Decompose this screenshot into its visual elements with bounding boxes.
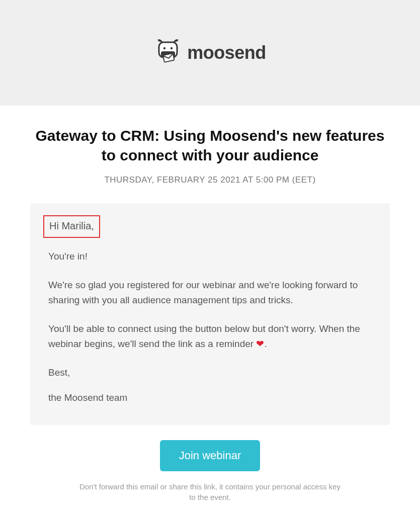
- disclaimer-text: Don't forward this email or share this l…: [30, 481, 390, 502]
- cta-row: Join webinar: [30, 440, 390, 471]
- brand-name: moosend: [187, 42, 266, 63]
- email-content: Gateway to CRM: Using Moosend's new feat…: [0, 106, 420, 515]
- brand-logo: moosend: [154, 38, 266, 67]
- join-webinar-button[interactable]: Join webinar: [160, 440, 261, 471]
- message-body: Hi Marilia, You're in! We're so glad you…: [30, 203, 390, 425]
- signature: the Moosend team: [48, 390, 372, 405]
- cow-icon: [154, 38, 182, 67]
- body-paragraph-1: You're in!: [48, 249, 372, 264]
- heart-icon: ❤: [256, 338, 264, 349]
- body-paragraph-3: You'll be able to connect using the butt…: [48, 321, 372, 351]
- page-title: Gateway to CRM: Using Moosend's new feat…: [30, 126, 390, 165]
- email-header: moosend: [0, 0, 420, 106]
- svg-point-1: [163, 47, 165, 49]
- greeting-highlight: Hi Marilia,: [43, 215, 100, 238]
- greeting-text: Hi Marilia,: [49, 220, 94, 231]
- signoff: Best,: [48, 365, 372, 380]
- event-datetime: THURSDAY, FEBRUARY 25 2021 AT 5:00 PM (E…: [30, 175, 390, 185]
- svg-point-2: [171, 47, 173, 49]
- body-paragraph-2: We're so glad you registered for our web…: [48, 278, 372, 307]
